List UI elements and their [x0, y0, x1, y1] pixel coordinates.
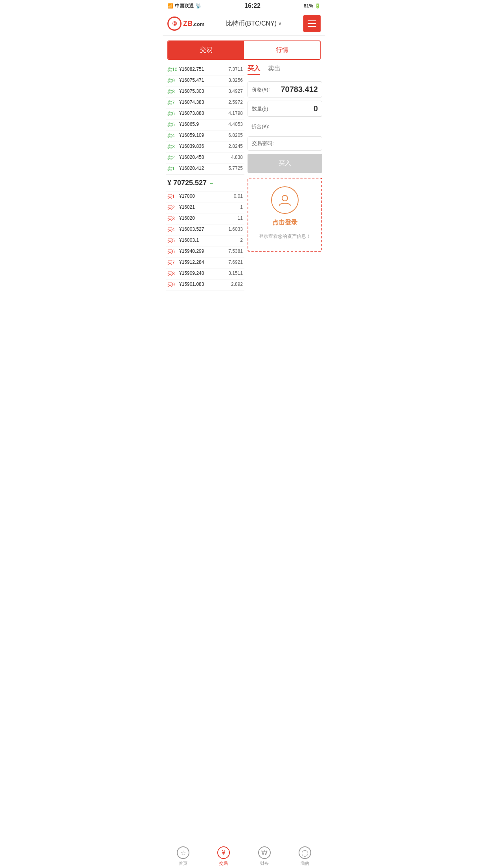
sell-order-row[interactable]: 卖8 ¥16075.303 3.4927: [166, 86, 244, 97]
buy-label: 买6: [167, 248, 178, 255]
buy-order-row[interactable]: 买1 ¥17000 0.01: [166, 191, 244, 202]
buy-order-row[interactable]: 买5 ¥16003.1 2: [166, 235, 244, 246]
buy-amount: 3.1511: [228, 270, 243, 277]
header: ② ZB.com 比特币(BTC/CNY) ∨: [163, 12, 325, 36]
sell-amount: 4.838: [231, 154, 243, 161]
sell-label: 卖1: [167, 166, 178, 172]
sell-amount: 4.1798: [228, 110, 243, 117]
sell-label: 卖8: [167, 88, 178, 95]
buy-amount: 1: [240, 204, 243, 211]
buy-label: 买3: [167, 215, 178, 222]
main-tabs: 交易 行情: [167, 40, 321, 60]
buy-amount: 7.6921: [228, 259, 243, 266]
trade-panel: 买入 卖出 价格(¥): 70783.412 数量(₿): 0 折合(¥): 交…: [248, 64, 322, 291]
menu-icon-line3: [308, 26, 316, 27]
sell-order-row[interactable]: 卖6 ¥16073.888 4.1798: [166, 108, 244, 120]
buy-amount: 11: [238, 215, 243, 222]
carrier: 中国联通: [175, 3, 194, 9]
sell-label: 卖4: [167, 132, 178, 139]
tab-buy[interactable]: 买入: [248, 64, 260, 75]
sell-label: 卖7: [167, 99, 178, 106]
login-description: 登录查看您的资产信息！: [256, 230, 314, 243]
sell-order-row[interactable]: 卖4 ¥16059.109 6.8205: [166, 131, 244, 142]
total-label: 折合(¥):: [251, 123, 270, 130]
sell-order-row[interactable]: 卖7 ¥16074.383 2.5972: [166, 97, 244, 108]
tab-market[interactable]: 行情: [244, 41, 320, 59]
sell-price: ¥16074.383: [178, 99, 228, 106]
current-price-row: ¥ 70725.527 −: [166, 175, 244, 191]
sell-order-row[interactable]: 卖5 ¥16065.9 4.4053: [166, 120, 244, 131]
sell-price: ¥16075.303: [178, 88, 228, 95]
buy-label: 买2: [167, 204, 178, 211]
password-field[interactable]: 交易密码:: [248, 136, 322, 151]
sell-label: 卖2: [167, 154, 178, 161]
sell-price: ¥16073.888: [178, 110, 228, 117]
sell-amount: 2.5972: [228, 99, 243, 106]
buy-label: 买8: [167, 270, 178, 277]
buy-amount: 7.5381: [228, 248, 243, 255]
svg-point-0: [282, 195, 288, 201]
sell-order-row[interactable]: 卖2 ¥16020.458 4.838: [166, 153, 244, 164]
password-label: 交易密码:: [252, 140, 274, 147]
sell-orders: 卖10 ¥16082.751 7.3711 卖9 ¥16075.471 3.32…: [166, 64, 244, 175]
pair-label: 比特币(BTC/CNY): [226, 20, 277, 28]
buy-price: ¥15909.248: [178, 270, 228, 277]
chevron-down-icon: ∨: [278, 21, 282, 26]
sell-order-row[interactable]: 卖3 ¥16039.836 2.8245: [166, 142, 244, 153]
sell-price: ¥16075.471: [178, 77, 228, 84]
battery-icon: 🔋: [315, 3, 321, 9]
logo-symbol: ②: [172, 20, 177, 27]
status-right: 81% 🔋: [304, 3, 321, 9]
price-value: 70783.412: [281, 85, 318, 94]
status-bar: 📶 中国联通 📡 16:22 81% 🔋: [163, 0, 325, 12]
login-button[interactable]: 点击登录: [256, 219, 314, 227]
buy-order-row[interactable]: 买8 ¥15909.248 3.1511: [166, 268, 244, 280]
sell-order-row[interactable]: 卖9 ¥16075.471 3.3256: [166, 75, 244, 86]
buy-orders: 买1 ¥17000 0.01 买2 ¥16021 1 买3 ¥16020 11 …: [166, 191, 244, 291]
sell-amount: 2.8245: [228, 143, 243, 150]
buy-price: ¥15901.083: [178, 281, 231, 288]
sell-label: 卖9: [167, 77, 178, 84]
signal-icon: 📶: [167, 3, 173, 9]
sell-amount: 3.3256: [228, 77, 243, 84]
logo-text: ZB.com: [183, 20, 204, 28]
menu-icon-line1: [308, 20, 316, 21]
tab-sell[interactable]: 卖出: [268, 64, 281, 75]
price-field[interactable]: 价格(¥): 70783.412: [248, 81, 322, 97]
buy-order-row[interactable]: 买3 ¥16020 11: [166, 213, 244, 224]
buy-button[interactable]: 买入: [248, 154, 322, 173]
buy-order-row[interactable]: 买2 ¥16021 1: [166, 202, 244, 213]
buy-price: ¥15940.299: [178, 248, 228, 255]
content-area: 卖10 ¥16082.751 7.3711 卖9 ¥16075.471 3.32…: [163, 64, 325, 291]
status-time: 16:22: [244, 2, 261, 9]
logo-circle: ②: [167, 17, 182, 31]
price-label: 价格(¥):: [252, 86, 270, 93]
buy-sell-tabs: 买入 卖出: [248, 64, 322, 77]
menu-button[interactable]: [303, 15, 321, 32]
sell-label: 卖10: [167, 66, 178, 73]
battery-percent: 81%: [304, 3, 313, 9]
sell-amount: 7.3711: [228, 66, 243, 73]
sell-price: ¥16082.751: [178, 66, 228, 73]
buy-price: ¥16003.1: [178, 237, 240, 244]
buy-order-row[interactable]: 买7 ¥15912.284 7.6921: [166, 257, 244, 268]
sell-amount: 4.4053: [228, 121, 243, 128]
buy-order-row[interactable]: 买9 ¥15901.083 2.892: [166, 280, 244, 291]
buy-price: ¥16003.527: [178, 226, 228, 233]
quantity-value: 0: [314, 104, 318, 113]
menu-icon-line2: [308, 23, 316, 24]
sell-order-row[interactable]: 卖10 ¥16082.751 7.3711: [166, 64, 244, 75]
quantity-field[interactable]: 数量(₿): 0: [248, 101, 322, 117]
sell-price: ¥16059.109: [178, 132, 228, 139]
buy-order-row[interactable]: 买6 ¥15940.299 7.5381: [166, 246, 244, 257]
buy-amount: 2.892: [231, 281, 243, 288]
login-prompt[interactable]: 点击登录 登录查看您的资产信息！: [248, 178, 322, 252]
status-left: 📶 中国联通 📡: [167, 3, 201, 9]
tab-trade[interactable]: 交易: [168, 41, 244, 59]
buy-label: 买9: [167, 281, 178, 288]
logo[interactable]: ② ZB.com: [167, 17, 204, 31]
sell-order-row[interactable]: 卖1 ¥16020.412 5.7725: [166, 164, 244, 175]
buy-order-row[interactable]: 买4 ¥16003.527 1.6033: [166, 224, 244, 235]
header-title[interactable]: 比特币(BTC/CNY) ∨: [226, 20, 282, 28]
buy-price: ¥15912.284: [178, 259, 228, 266]
